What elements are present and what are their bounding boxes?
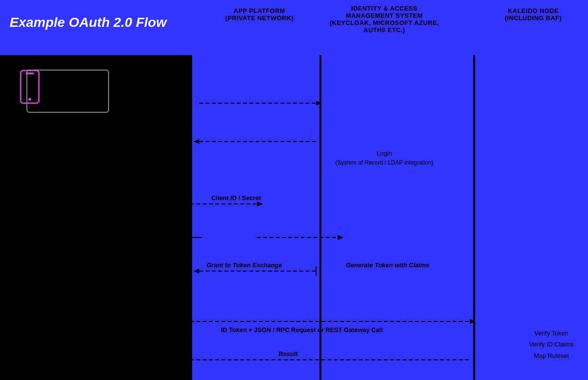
verify-id-claims: Verify ID Claims <box>529 339 574 350</box>
svg-marker-17 <box>470 319 476 324</box>
svg-marker-14 <box>194 269 199 273</box>
title-area: Example OAuth 2.0 Flow <box>10 14 187 31</box>
col-header-iam: IDENTITY & ACCESS MANAGEMENT SYSTEM (KEY… <box>317 5 452 34</box>
col-app-line1: APP PLATFORM <box>216 7 303 14</box>
page-title: Example OAuth 2.0 Flow <box>10 14 187 31</box>
diagram: Login (System of Record / LDAP integrati… <box>0 55 588 380</box>
svg-marker-4 <box>316 101 322 106</box>
id-token-label: ID Token + JSON / RPC Request or REST Ga… <box>221 326 383 333</box>
phone-box <box>26 70 109 113</box>
kaleido-labels: Verify Token Verify ID Claims Map Rulese… <box>529 328 574 361</box>
col-kaleido-line1: KALEIDO NODE <box>485 7 581 14</box>
col-header-app: APP PLATFORM (PRIVATE NETWORK) <box>216 7 303 22</box>
verify-token: Verify Token <box>529 328 574 339</box>
col-iam-line3: (KEYCLOAK, MICROSOFT AZURE, <box>317 19 452 26</box>
col-header-kaleido: KALEIDO NODE (INCLUDING BAF) <box>485 7 581 22</box>
result-label: Result <box>279 350 298 357</box>
client-id-label: Client ID / Secret <box>211 194 261 202</box>
map-ruleset: Map Ruleset <box>529 350 574 361</box>
login-label: Login (System of Record / LDAP integrati… <box>331 149 437 167</box>
grant-label: Grant to Token Exchange <box>207 261 282 269</box>
svg-marker-6 <box>194 139 199 144</box>
col-iam-line4: AUTH0 ETC.) <box>317 26 452 34</box>
col-iam-line1: IDENTITY & ACCESS <box>317 5 452 12</box>
col-kaleido-line2: (INCLUDING BAF) <box>485 14 581 22</box>
svg-marker-8 <box>257 202 263 206</box>
col-iam-line2: MANAGEMENT SYSTEM <box>317 12 452 19</box>
svg-marker-10 <box>141 235 147 240</box>
svg-marker-12 <box>338 235 343 240</box>
generate-token-label: Generate Token with Claims <box>346 261 429 269</box>
col-app-line2: (PRIVATE NETWORK) <box>216 14 303 22</box>
